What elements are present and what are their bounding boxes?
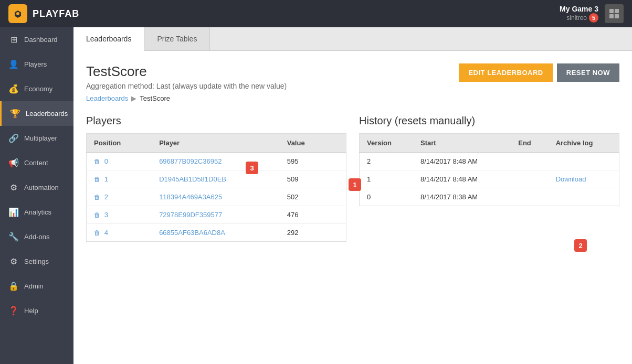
automation-icon: ⚙	[8, 183, 19, 192]
col-player: Player	[152, 134, 280, 153]
cell-player: 118394A469A3A625	[152, 188, 280, 206]
cell-archive	[549, 153, 619, 170]
cell-position: 🗑 3	[87, 206, 152, 224]
admin-icon: 🔒	[8, 281, 19, 291]
position-link[interactable]: 3	[104, 211, 108, 219]
cell-start: 8/14/2017 8:38 AM	[413, 188, 511, 206]
player-link[interactable]: 118394A469A3A625	[159, 193, 222, 201]
sidebar: ⊞ Dashboard 👤 Players 💰 Economy 🏆 Leader…	[0, 27, 73, 364]
table-row: 🗑 4 66855AF63BA6AD8A 292	[87, 224, 346, 242]
delete-icon[interactable]: 🗑	[94, 211, 100, 219]
breadcrumb-current: TestScore	[140, 94, 170, 102]
playfab-logo-icon	[8, 4, 27, 23]
main-layout: ⊞ Dashboard 👤 Players 💰 Economy 🏆 Leader…	[0, 27, 632, 364]
cell-version: 0	[360, 188, 413, 206]
cell-version: 2	[360, 153, 413, 170]
table-row: 1 8/14/2017 8:48 AM Download	[360, 170, 619, 188]
analytics-icon: 📊	[8, 207, 19, 217]
sidebar-label-leaderboards: Leaderboards	[26, 110, 68, 117]
sidebar-item-players[interactable]: 👤 Players	[0, 52, 73, 77]
player-link[interactable]: 72978E99DF359577	[159, 211, 222, 219]
cell-player: 72978E99DF359577	[152, 206, 280, 224]
sidebar-item-multiplayer[interactable]: 🔗 Multiplayer	[0, 126, 73, 151]
players-table-block: Players Position Player Value	[86, 115, 346, 242]
user-info: My Game 3 sinitreo 5	[560, 5, 598, 23]
cell-value: 476	[280, 206, 331, 224]
position-link[interactable]: 4	[104, 229, 108, 237]
sidebar-item-economy[interactable]: 💰 Economy	[0, 77, 73, 101]
delete-icon[interactable]: 🗑	[94, 229, 100, 237]
sidebar-label-automation: Automation	[24, 184, 59, 191]
player-link[interactable]: 66855AF63BA6AD8A	[159, 229, 225, 237]
sidebar-label-players: Players	[24, 60, 47, 68]
sidebar-item-help[interactable]: ❓ Help	[0, 298, 73, 323]
avatar	[605, 4, 624, 23]
page-content: TestScore Aggregation method: Last (alwa…	[73, 51, 632, 364]
cell-value: 509	[280, 170, 331, 188]
page-title-section: TestScore Aggregation method: Last (alwa…	[86, 63, 287, 90]
sidebar-label-multiplayer: Multiplayer	[24, 134, 57, 142]
table-row: 🗑 2 118394A469A3A625 502	[87, 188, 346, 206]
col-end: End	[511, 134, 548, 153]
page-title: TestScore	[86, 63, 287, 80]
sidebar-item-admin[interactable]: 🔒 Admin	[0, 274, 73, 298]
sidebar-item-addons[interactable]: 🔧 Add-ons	[0, 224, 73, 249]
cell-player: 696877B092C36952	[152, 153, 280, 170]
sidebar-label-economy: Economy	[24, 85, 52, 93]
game-name: My Game 3	[560, 5, 598, 13]
history-table-title: History (resets manually)	[359, 115, 619, 127]
tab-prize-tables[interactable]: Prize Tables	[144, 27, 210, 50]
dashboard-icon: ⊞	[8, 35, 19, 45]
player-link[interactable]: D1945AB1D581D0EB	[159, 175, 226, 183]
cell-archive	[549, 188, 619, 206]
position-link[interactable]: 1	[104, 175, 108, 183]
edit-leaderboard-button[interactable]: EDIT LEADERBOARD	[459, 63, 552, 82]
cell-start: 8/14/2017 8:48 AM	[413, 153, 511, 170]
sidebar-item-settings[interactable]: ⚙ Settings	[0, 249, 73, 274]
col-annotation	[331, 134, 346, 153]
cell-value: 595	[280, 153, 331, 170]
sidebar-label-addons: Add-ons	[24, 233, 49, 241]
reset-now-button[interactable]: RESET NOW	[557, 63, 619, 82]
delete-icon[interactable]: 🗑	[94, 194, 100, 201]
position-link[interactable]: 0	[104, 157, 108, 165]
svg-point-2	[16, 12, 19, 15]
sidebar-item-analytics[interactable]: 📊 Analytics	[0, 200, 73, 224]
username: sinitreo	[566, 14, 587, 22]
players-icon: 👤	[8, 59, 19, 69]
cell-version: 1	[360, 170, 413, 188]
sidebar-label-analytics: Analytics	[24, 208, 51, 216]
economy-icon: 💰	[8, 84, 19, 94]
user-area: My Game 3 sinitreo 5	[560, 4, 624, 23]
col-value: Value	[280, 134, 331, 153]
page-header: TestScore Aggregation method: Last (alwa…	[86, 63, 619, 90]
top-header: PLAYFAB My Game 3 sinitreo 5	[0, 0, 632, 27]
breadcrumb-separator: ▶	[131, 94, 136, 102]
logo-text: PLAYFAB	[33, 8, 79, 19]
sidebar-item-leaderboards[interactable]: 🏆 Leaderboards	[0, 101, 73, 126]
breadcrumb-link[interactable]: Leaderboards	[86, 94, 128, 102]
sidebar-item-automation[interactable]: ⚙ Automation	[0, 175, 73, 200]
delete-icon[interactable]: 🗑	[94, 158, 100, 165]
cell-end	[511, 188, 548, 206]
position-link[interactable]: 2	[104, 193, 108, 201]
cell-player: D1945AB1D581D0EB	[152, 170, 280, 188]
sidebar-item-content[interactable]: 📢 Content	[0, 151, 73, 175]
sidebar-item-dashboard[interactable]: ⊞ Dashboard	[0, 27, 73, 52]
annotation-badge-2: 2	[574, 239, 587, 252]
multiplayer-icon: 🔗	[8, 133, 19, 143]
player-link[interactable]: 696877B092C36952	[159, 157, 222, 165]
tabs-bar: Leaderboards Prize Tables	[73, 27, 632, 51]
svg-rect-6	[615, 14, 619, 18]
help-icon: ❓	[8, 306, 19, 316]
col-position: Position	[87, 134, 152, 153]
action-buttons: EDIT LEADERBOARD RESET NOW	[459, 63, 619, 82]
content-icon: 📢	[8, 158, 19, 168]
notification-badge: 5	[589, 13, 598, 23]
cell-player: 66855AF63BA6AD8A	[152, 224, 280, 242]
players-table-title: Players	[86, 115, 346, 127]
download-link[interactable]: Download	[556, 175, 586, 183]
cell-position: 🗑 0	[87, 153, 152, 170]
delete-icon[interactable]: 🗑	[94, 176, 100, 183]
tab-leaderboards[interactable]: Leaderboards	[73, 27, 144, 51]
